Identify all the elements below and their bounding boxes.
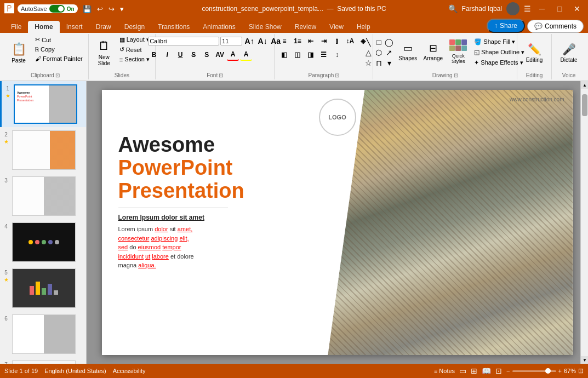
shape-expand[interactable]: ▾: [384, 58, 394, 68]
clipboard-expand-icon[interactable]: ⊡: [55, 72, 60, 78]
bullets-button[interactable]: ≡: [278, 35, 290, 47]
section-button[interactable]: ≡ Section ▾: [117, 55, 152, 64]
increase-font-button[interactable]: A↑: [243, 35, 255, 47]
increase-indent-button[interactable]: ⇥: [318, 35, 330, 47]
tab-draw[interactable]: Draw: [89, 21, 118, 33]
comments-button[interactable]: 💬 Comments: [527, 20, 584, 33]
align-center-button[interactable]: ◫: [292, 49, 304, 61]
paste-button[interactable]: 📋 Paste: [5, 35, 32, 70]
autosave-pill[interactable]: [49, 5, 65, 13]
reading-view-button[interactable]: 📖: [482, 366, 491, 375]
tab-file[interactable]: File: [4, 21, 28, 33]
shape-2[interactable]: □: [374, 37, 384, 47]
zoom-out-button[interactable]: −: [506, 368, 510, 374]
reset-button[interactable]: ↺ Reset: [117, 45, 152, 54]
italic-button[interactable]: I: [161, 49, 173, 61]
font-color-button[interactable]: A: [227, 49, 239, 61]
slide-thumb-5[interactable]: 5 ★: [0, 265, 86, 311]
slide-subtitle[interactable]: Lorem Ipsum dolor sit amet: [118, 214, 244, 221]
shapes-button[interactable]: ▭ Shapes: [396, 35, 419, 68]
shape-4[interactable]: △: [363, 48, 373, 58]
justify-button[interactable]: ☰: [318, 49, 330, 61]
bold-button[interactable]: B: [148, 49, 160, 61]
shape-3[interactable]: ◯: [384, 37, 394, 47]
numbering-button[interactable]: 1≡: [292, 35, 304, 47]
minimize-button[interactable]: ─: [535, 2, 549, 15]
restore-button[interactable]: □: [553, 2, 566, 15]
slide-thumb-2[interactable]: 2 ★: [0, 127, 86, 173]
layout-button[interactable]: ▦ Layout ▾: [117, 35, 152, 44]
customize-quick-access-button[interactable]: ▾: [118, 4, 125, 14]
normal-view-button[interactable]: ▭: [459, 366, 466, 375]
slide-thumb-4[interactable]: 4: [0, 219, 86, 265]
tab-design[interactable]: Design: [118, 21, 151, 33]
outline-icon: ◱: [474, 49, 479, 56]
dictate-button[interactable]: 🎤 Dictate: [555, 35, 583, 70]
tab-animations[interactable]: Animations: [196, 21, 242, 33]
strikethrough-button[interactable]: S: [187, 49, 199, 61]
redo-button[interactable]: ↪: [107, 4, 116, 14]
columns-button[interactable]: ⫿: [331, 35, 343, 47]
tab-insert[interactable]: Insert: [60, 21, 89, 33]
zoom-thumb[interactable]: [545, 368, 551, 374]
shape-8[interactable]: ⊓: [374, 58, 384, 68]
ribbon-display-button[interactable]: ☰: [524, 4, 531, 13]
font-size-input[interactable]: [220, 37, 242, 45]
slideshow-button[interactable]: ⊡: [495, 366, 502, 375]
align-left-button[interactable]: ◧: [278, 49, 290, 61]
shape-1[interactable]: ╲: [363, 37, 373, 47]
copy-button[interactable]: ⎘ Copy: [33, 45, 85, 54]
slide-canvas[interactable]: LOGO www.construction.com Awesome PowerP…: [102, 90, 573, 355]
shadow-button[interactable]: S: [201, 49, 213, 61]
scrollbar-thumb[interactable]: [582, 94, 587, 116]
highlight-button[interactable]: A: [240, 49, 252, 61]
quick-styles-button[interactable]: QuickStyles: [447, 35, 470, 68]
slide-body[interactable]: Lorem ipsum dolor sit amet, consectetur …: [118, 225, 244, 270]
tab-transitions[interactable]: Transitions: [151, 21, 196, 33]
notes-button[interactable]: ≡ Notes: [434, 368, 455, 374]
autosave-toggle[interactable]: AutoSave On: [18, 4, 78, 13]
shape-7[interactable]: ☆: [363, 58, 373, 68]
align-right-button[interactable]: ◨: [305, 49, 317, 61]
paragraph-expand-icon[interactable]: ⊡: [335, 72, 339, 78]
drawing-label: Drawing ⊡: [376, 71, 513, 78]
decrease-indent-button[interactable]: ⇤: [305, 35, 317, 47]
char-spacing-button[interactable]: AV: [214, 49, 226, 61]
scroll-down-button[interactable]: ▼: [581, 356, 588, 364]
drawing-expand-icon[interactable]: ⊡: [454, 72, 458, 78]
font-name-input[interactable]: [148, 37, 219, 45]
shape-5[interactable]: ⬡: [374, 48, 384, 58]
tab-view[interactable]: View: [323, 21, 350, 33]
close-button[interactable]: ✕: [570, 2, 584, 15]
editing-button[interactable]: ✏️ Editing: [521, 35, 548, 70]
slide-thumb-1[interactable]: 1 ★ Awesome PowerPoint Presentation: [0, 81, 86, 127]
share-button[interactable]: ↑ Share: [487, 19, 525, 33]
slide-thumb-3[interactable]: 3: [0, 173, 86, 219]
slide-thumb-6[interactable]: 6: [0, 311, 86, 357]
save-button[interactable]: 💾: [81, 4, 93, 14]
tab-review[interactable]: Review: [288, 21, 323, 33]
zoom-in-button[interactable]: +: [558, 368, 562, 374]
tab-slideshow[interactable]: Slide Show: [242, 21, 288, 33]
slide-thumb-7[interactable]: 7: [0, 357, 86, 364]
underline-button[interactable]: U: [174, 49, 186, 61]
search-icon[interactable]: 🔍: [448, 4, 458, 13]
line-spacing-button[interactable]: ↕: [331, 49, 343, 61]
font-expand-icon[interactable]: ⊡: [219, 72, 223, 78]
vertical-scrollbar[interactable]: ▲ ▼: [580, 81, 588, 364]
arrange-button[interactable]: ⊟ Arrange: [421, 35, 444, 68]
decrease-font-button[interactable]: A↓: [256, 35, 269, 47]
shape-6[interactable]: ↗: [384, 48, 394, 58]
format-painter-button[interactable]: 🖌 Format Painter: [33, 54, 85, 63]
cut-button[interactable]: ✂ Cut: [33, 35, 85, 44]
zoom-slider[interactable]: [512, 370, 556, 372]
new-slide-button[interactable]: 🗒 NewSlide: [92, 35, 116, 70]
undo-button[interactable]: ↩: [95, 4, 105, 14]
text-direction-button[interactable]: ↕A: [344, 35, 356, 47]
fit-slide-button[interactable]: ⊡: [578, 367, 584, 375]
tab-help[interactable]: Help: [350, 21, 377, 33]
scroll-up-button[interactable]: ▲: [581, 81, 588, 89]
tab-home[interactable]: Home: [28, 21, 59, 33]
slide-sorter-button[interactable]: ⊞: [471, 366, 477, 375]
slide-title-area[interactable]: Awesome PowerPoint Presentation Lorem Ip…: [118, 134, 244, 270]
